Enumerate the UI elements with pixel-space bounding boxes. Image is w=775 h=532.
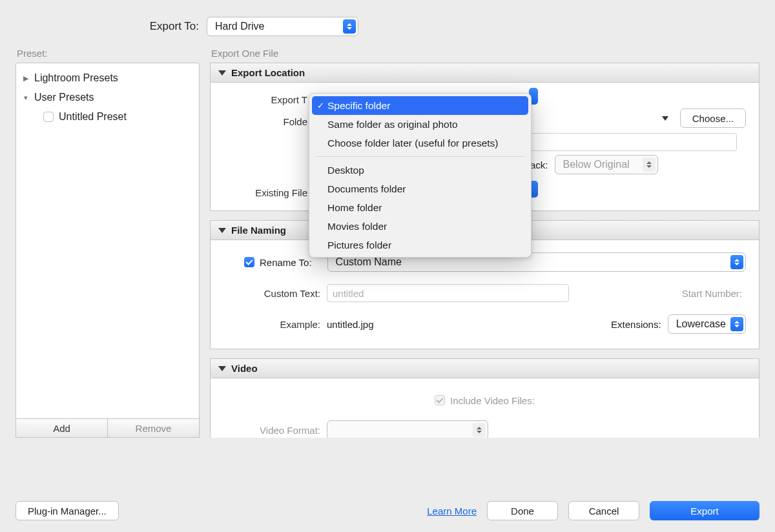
- preset-remove-button[interactable]: Remove: [108, 419, 199, 437]
- section-title: Export Location: [231, 67, 305, 78]
- preset-group-user[interactable]: ▾ User Presets: [16, 88, 199, 107]
- menu-separator: [316, 156, 524, 157]
- stack-label-fragment: ack:: [530, 159, 548, 170]
- triangle-down-icon: [218, 366, 226, 371]
- export-button[interactable]: Export: [650, 501, 760, 520]
- preset-add-button[interactable]: Add: [16, 419, 108, 437]
- chevron-right-icon: ▶: [21, 74, 30, 83]
- section-title: Video: [231, 363, 258, 374]
- section-video: Video Include Video Files: Video Format:: [210, 358, 760, 438]
- done-button[interactable]: Done: [487, 501, 558, 520]
- preset-group-label: Lightroom Presets: [34, 72, 118, 84]
- preset-group-lightroom[interactable]: ▶ Lightroom Presets: [16, 68, 199, 88]
- rename-to-checkbox[interactable]: [244, 257, 254, 267]
- updown-icon: [730, 317, 743, 331]
- export-to-field-label: Export T: [223, 94, 314, 105]
- extensions-value: Lowercase: [676, 318, 726, 330]
- video-format-label: Video Format:: [223, 425, 327, 436]
- menu-item-movies[interactable]: Movies folder: [309, 217, 531, 236]
- export-count-header: Export One File: [210, 48, 760, 59]
- checkbox-icon[interactable]: [43, 112, 54, 122]
- menu-item-specific-folder[interactable]: Specific folder: [312, 96, 528, 115]
- triangle-down-icon: [218, 70, 226, 76]
- folder-label: Folde: [223, 116, 314, 127]
- export-to-select[interactable]: Hard Drive: [207, 17, 358, 36]
- rename-to-label: Rename To:: [260, 257, 312, 268]
- preset-group-label: User Presets: [34, 92, 94, 103]
- section-header[interactable]: Export Location: [211, 63, 759, 83]
- export-to-folder-menu[interactable]: Specific folder Same folder as original …: [309, 93, 532, 258]
- export-to-value: Hard Drive: [215, 21, 264, 32]
- menu-item-home[interactable]: Home folder: [309, 198, 531, 217]
- extensions-select[interactable]: Lowercase: [668, 314, 746, 334]
- stack-position-select[interactable]: Below Original: [555, 155, 658, 174]
- updown-icon: [343, 19, 356, 34]
- preset-item-label: Untitled Preset: [59, 111, 127, 123]
- export-to-label: Export To:: [0, 20, 207, 33]
- stack-position-value: Below Original: [563, 159, 630, 170]
- example-value: untitled.jpg: [327, 319, 374, 330]
- subfolder-input[interactable]: [530, 133, 737, 151]
- plugin-manager-button[interactable]: Plug-in Manager...: [16, 501, 119, 520]
- chevron-down-icon: ▾: [21, 94, 30, 102]
- choose-folder-button[interactable]: Choose...: [680, 108, 746, 128]
- existing-files-label: Existing File: [223, 187, 314, 198]
- section-title: File Naming: [231, 225, 286, 236]
- include-video-label: Include Video Files:: [450, 395, 535, 406]
- custom-text-label: Custom Text:: [223, 288, 327, 299]
- triangle-down-icon: [218, 228, 226, 233]
- updown-icon: [643, 158, 656, 172]
- learn-more-link[interactable]: Learn More: [427, 506, 477, 517]
- preset-list[interactable]: ▶ Lightroom Presets ▾ User Presets Untit…: [16, 63, 200, 419]
- menu-item-same-folder[interactable]: Same folder as original photo: [309, 115, 531, 134]
- menu-item-pictures[interactable]: Pictures folder: [309, 236, 531, 254]
- cancel-button[interactable]: Cancel: [568, 501, 639, 520]
- updown-icon: [730, 255, 743, 269]
- preset-item[interactable]: Untitled Preset: [16, 107, 199, 127]
- menu-item-documents[interactable]: Documents folder: [309, 179, 531, 198]
- extensions-label: Extensions:: [611, 319, 661, 330]
- preset-header: Preset:: [16, 48, 200, 59]
- section-header[interactable]: Video: [211, 359, 759, 378]
- include-video-checkbox: [435, 395, 445, 405]
- updown-icon: [473, 423, 486, 437]
- video-format-select: [327, 420, 488, 438]
- triangle-down-icon[interactable]: [662, 116, 668, 121]
- menu-item-choose-later[interactable]: Choose folder later (useful for presets): [309, 134, 531, 152]
- start-number-label: Start Number:: [682, 288, 746, 299]
- rename-template-value: Custom Name: [336, 256, 402, 268]
- menu-item-desktop[interactable]: Desktop: [309, 161, 531, 179]
- example-label: Example:: [223, 319, 327, 330]
- custom-text-input[interactable]: [327, 284, 569, 302]
